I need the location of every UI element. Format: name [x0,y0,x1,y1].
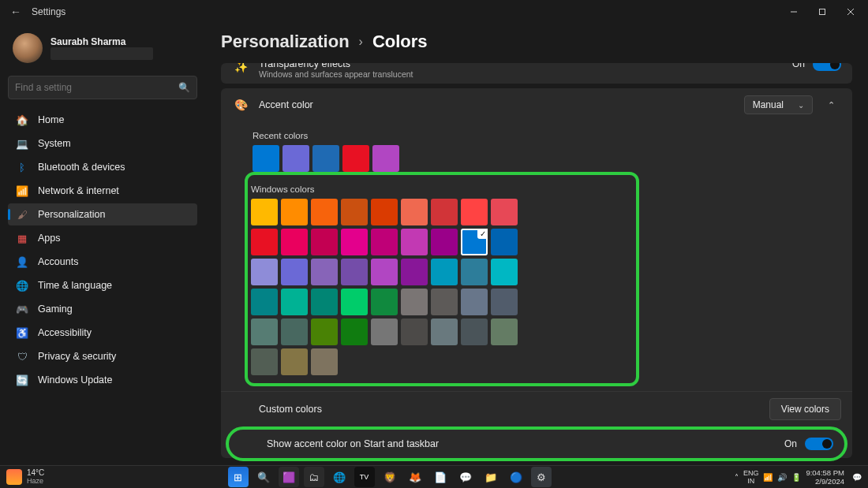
color-swatch[interactable] [311,259,338,285]
taskbar-explorer[interactable]: 📁 [481,467,501,487]
user-block[interactable]: Saurabh Sharma [8,28,197,73]
taskbar-weather[interactable]: 14°C Haze [6,469,44,485]
color-swatch[interactable] [312,145,339,172]
color-swatch[interactable] [371,199,398,225]
color-swatch[interactable] [461,259,488,285]
color-swatch[interactable] [461,199,488,225]
color-swatch[interactable] [491,289,518,315]
tray-wifi-icon[interactable]: 📶 [763,473,773,482]
sidebar-item-bluetooth[interactable]: ᛒBluetooth & devices [8,156,197,178]
color-swatch[interactable] [281,259,308,285]
taskbar-brave[interactable]: 🦁 [380,467,400,487]
taskbar-search-button[interactable]: 🔍 [253,467,274,487]
color-swatch[interactable] [371,289,398,315]
view-colors-button[interactable]: View colors [769,398,841,420]
taskbar-settings[interactable]: ⚙ [531,467,552,487]
color-swatch[interactable] [341,229,368,255]
sidebar-item-accounts[interactable]: 👤Accounts [8,251,197,273]
sidebar-item-time[interactable]: 🌐Time & language [8,274,197,296]
color-swatch[interactable] [431,319,458,345]
transparency-toggle[interactable] [813,63,841,71]
color-swatch[interactable] [281,319,308,345]
sidebar-item-personalization[interactable]: 🖌Personalization [8,203,197,225]
color-swatch[interactable] [251,199,278,225]
sidebar-item-update[interactable]: 🔄Windows Update [8,369,197,391]
sidebar-item-privacy[interactable]: 🛡Privacy & security [8,345,197,367]
color-swatch[interactable] [251,259,278,285]
color-swatch[interactable] [281,348,308,375]
color-swatch[interactable] [282,145,309,172]
collapse-button[interactable]: ⌃ [821,95,841,115]
sidebar-item-accessibility[interactable]: ♿Accessibility [8,322,197,344]
color-swatch[interactable] [491,199,518,225]
color-swatch[interactable] [342,145,369,172]
color-swatch[interactable] [341,319,368,345]
tray-notifications-icon[interactable]: 💬 [852,473,862,482]
color-swatch[interactable] [431,229,458,255]
taskbar-firefox[interactable]: 🦊 [405,467,425,487]
color-swatch[interactable] [251,348,278,375]
tray-language[interactable]: ENG IN [743,469,759,485]
color-swatch[interactable] [461,289,488,315]
back-button[interactable]: ← [3,6,28,18]
color-swatch[interactable] [251,319,278,345]
color-swatch[interactable] [491,259,518,285]
color-swatch[interactable] [311,348,338,375]
color-swatch[interactable] [341,289,368,315]
taskbar[interactable]: 14°C Haze ⊞ 🔍 🟪 🗂 🌐 TV 🦁 🦊 📄 💬 📁 🔵 ⚙ ˄ E… [0,465,868,488]
taskbar-whatsapp[interactable]: 💬 [455,467,476,487]
color-swatch[interactable] [281,229,308,255]
show-accent-taskbar-toggle[interactable] [805,438,833,450]
search-input[interactable] [15,82,178,93]
color-swatch[interactable] [281,199,308,225]
taskbar-notes[interactable]: 📄 [430,467,451,487]
color-swatch[interactable] [372,145,399,172]
color-swatch[interactable] [401,319,428,345]
color-swatch[interactable] [311,199,338,225]
color-swatch[interactable] [341,259,368,285]
taskbar-app-1[interactable]: 🟪 [279,467,299,487]
breadcrumb-parent[interactable]: Personalization [221,32,350,52]
sidebar-item-network[interactable]: 📶Network & internet [8,180,197,202]
color-swatch[interactable] [461,229,488,255]
color-swatch[interactable] [251,229,278,255]
color-swatch[interactable] [401,259,428,285]
color-swatch[interactable] [401,199,428,225]
color-swatch[interactable] [341,199,368,225]
color-swatch[interactable] [371,319,398,345]
sidebar-item-gaming[interactable]: 🎮Gaming [8,298,197,320]
color-swatch[interactable] [491,229,518,255]
accent-header-row[interactable]: 🎨 Accent color Manual ⌄ ⌃ [221,88,852,121]
accent-mode-dropdown[interactable]: Manual ⌄ [744,95,813,114]
color-swatch[interactable] [311,319,338,345]
color-swatch[interactable] [251,289,278,315]
color-swatch[interactable] [371,259,398,285]
sidebar-item-home[interactable]: 🏠Home [8,109,197,131]
close-button[interactable] [836,0,865,24]
color-swatch[interactable] [491,319,518,345]
color-swatch[interactable] [401,289,428,315]
color-swatch[interactable] [311,229,338,255]
taskbar-app-4[interactable]: 🔵 [506,467,526,487]
transparency-panel[interactable]: ✨ Transparency effects Windows and surfa… [221,63,852,84]
taskbar-app-2[interactable]: 🗂 [304,467,324,487]
tray-volume-icon[interactable]: 🔊 [777,473,787,482]
color-swatch[interactable] [401,229,428,255]
show-accent-taskbar-row[interactable]: Show accent color on Start and taskbar O… [229,430,844,458]
tray-battery-icon[interactable]: 🔋 [791,473,801,482]
maximize-button[interactable] [808,0,836,24]
sidebar-item-apps[interactable]: ▦Apps [8,227,197,249]
minimize-button[interactable] [780,0,808,24]
taskbar-app-3[interactable]: TV [354,467,375,487]
search-input-wrap[interactable]: 🔍 [8,76,197,99]
color-swatch[interactable] [281,289,308,315]
color-swatch[interactable] [311,289,338,315]
color-swatch[interactable] [431,259,458,285]
system-tray[interactable]: ˄ ENG IN 📶 🔊 🔋 9:04:58 PM 2/9/2024 💬 [735,468,862,486]
tray-expand-icon[interactable]: ˄ [735,473,739,482]
color-swatch[interactable] [431,199,458,225]
color-swatch[interactable] [371,229,398,255]
start-button[interactable]: ⊞ [228,467,249,487]
color-swatch[interactable] [431,289,458,315]
taskbar-chrome[interactable]: 🌐 [329,467,350,487]
